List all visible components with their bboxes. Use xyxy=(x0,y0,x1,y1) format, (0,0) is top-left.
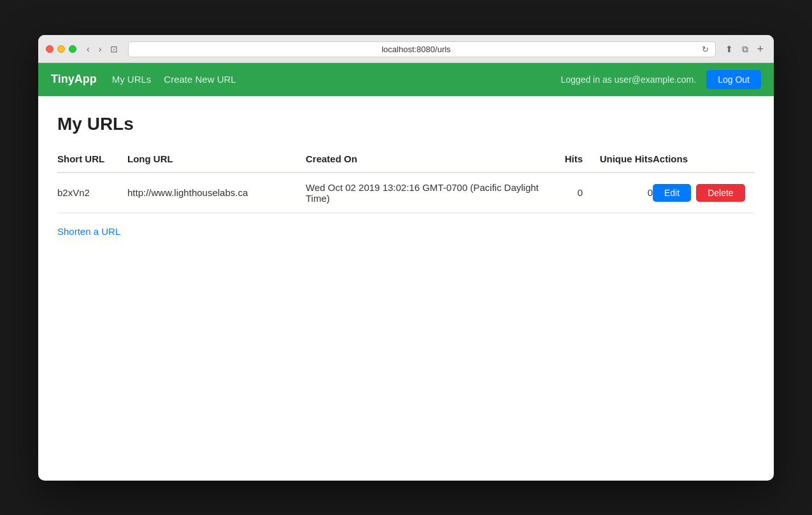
maximize-button[interactable] xyxy=(69,45,76,53)
cell-created-on: Wed Oct 02 2019 13:02:16 GMT-0700 (Pacif… xyxy=(306,173,545,213)
traffic-lights xyxy=(46,45,76,53)
logged-in-text: Logged in as user@example.com. xyxy=(561,74,697,85)
logout-button[interactable]: Log Out xyxy=(706,70,761,89)
th-hits: Hits xyxy=(545,148,583,173)
browser-window: ‹ › ⊡ ↻ ⬆ ⧉ + TinyApp My URLs Create New… xyxy=(38,35,774,481)
th-long-url: Long URL xyxy=(127,148,306,173)
th-actions: Actions xyxy=(653,148,755,173)
reload-button[interactable]: ↻ xyxy=(702,45,709,54)
cell-actions: Edit Delete xyxy=(653,173,755,213)
urls-table: Short URL Long URL Created On Hits Uniqu… xyxy=(57,148,755,213)
shorten-url-link[interactable]: Shorten a URL xyxy=(57,226,120,237)
th-short-url: Short URL xyxy=(57,148,127,173)
app-content: TinyApp My URLs Create New URL Logged in… xyxy=(38,63,774,481)
edit-button[interactable]: Edit xyxy=(653,184,691,202)
cell-unique-hits: 0 xyxy=(583,173,653,213)
navbar-links: My URLs Create New URL xyxy=(112,74,561,85)
window-split-button[interactable]: ⊡ xyxy=(106,43,122,55)
table-row: b2xVn2 http://www.lighthouselabs.ca Wed … xyxy=(57,173,755,213)
main-content: My URLs Short URL Long URL Created On Hi… xyxy=(38,96,774,481)
browser-chrome: ‹ › ⊡ ↻ ⬆ ⧉ + xyxy=(38,35,774,63)
navbar-link-create-new-url[interactable]: Create New URL xyxy=(164,74,236,85)
new-tab-button[interactable]: + xyxy=(754,43,766,56)
navbar-link-my-urls[interactable]: My URLs xyxy=(112,74,152,85)
th-created-on: Created On xyxy=(306,148,545,173)
navbar-brand[interactable]: TinyApp xyxy=(51,73,97,86)
table-body: b2xVn2 http://www.lighthouselabs.ca Wed … xyxy=(57,173,755,213)
action-buttons: Edit Delete xyxy=(653,184,755,202)
browser-actions: ⬆ ⧉ + xyxy=(722,43,766,56)
duplicate-button[interactable]: ⧉ xyxy=(739,43,751,56)
back-button[interactable]: ‹ xyxy=(83,43,94,55)
cell-short-url: b2xVn2 xyxy=(57,173,127,213)
address-bar[interactable] xyxy=(135,45,697,54)
minimize-button[interactable] xyxy=(57,45,65,53)
navbar: TinyApp My URLs Create New URL Logged in… xyxy=(38,63,774,96)
page-title: My URLs xyxy=(57,114,755,134)
close-button[interactable] xyxy=(46,45,53,53)
cell-hits: 0 xyxy=(545,173,583,213)
address-bar-container: ↻ xyxy=(128,41,716,57)
th-unique-hits: Unique Hits xyxy=(583,148,653,173)
cell-long-url: http://www.lighthouselabs.ca xyxy=(127,173,306,213)
delete-button[interactable]: Delete xyxy=(696,184,744,202)
navbar-right: Logged in as user@example.com. Log Out xyxy=(561,70,762,89)
forward-button[interactable]: › xyxy=(95,43,106,55)
nav-buttons: ‹ › ⊡ xyxy=(83,43,122,55)
table-header: Short URL Long URL Created On Hits Uniqu… xyxy=(57,148,755,173)
share-button[interactable]: ⬆ xyxy=(722,43,736,56)
